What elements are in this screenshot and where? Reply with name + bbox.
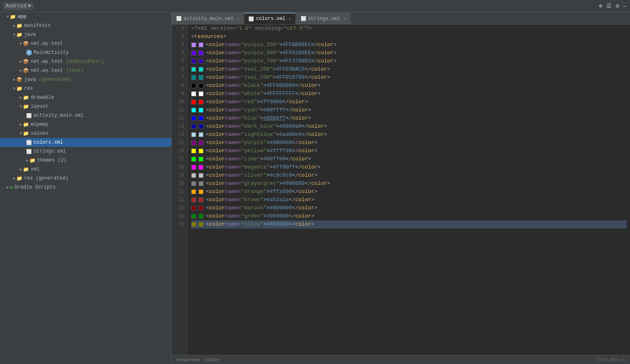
line-number-14: 14 <box>175 131 184 139</box>
color-swatch-9 <box>191 91 196 96</box>
xml-strings-icon: ⬜ <box>26 149 32 154</box>
sidebar-item-app[interactable]: ▼ 📁 app <box>0 12 171 21</box>
code-line-10: <color name="red">#ff0000</color> <box>191 98 627 106</box>
sidebar-item-package-test[interactable]: ▶ 📦 net.wy.test (test) <box>0 66 171 75</box>
code-line-12: <color name="blue">#0000ff</color> <box>191 114 627 122</box>
strings-xml-label: strings.xml <box>34 149 66 154</box>
line-number-10: 10 <box>175 98 184 106</box>
xml-pi: <?xml version="1.0" encoding="utf-8"?> <box>191 24 312 33</box>
expand-arrow-res: ▼ <box>13 87 16 91</box>
tab-strings[interactable]: ⬜ strings.xml ✕ <box>296 13 351 24</box>
line-number-9: 9 <box>175 90 184 98</box>
expand-arrow-xml: ▶ <box>20 167 22 172</box>
xml-label: xml <box>31 166 40 172</box>
color-swatch-14 <box>199 132 203 137</box>
expand-arrow-test: ▶ <box>20 68 22 73</box>
sidebar-item-mipmap[interactable]: ▶ 📁 mipmap <box>0 120 171 129</box>
xml-tag: resources <box>194 33 223 41</box>
line-number-12: 12 <box>175 114 184 122</box>
expand-arrow-javagen: ▶ <box>13 77 16 82</box>
line-number-4: 4 <box>175 49 184 57</box>
expand-arrow-resgen: ▶ <box>13 176 16 181</box>
sidebar-item-mainactivity[interactable]: C MainActivity <box>0 48 171 57</box>
themes-label: themes (2) <box>37 158 67 163</box>
expand-arrow-gradle: ▶ <box>7 185 9 190</box>
package-label: net.wy.test <box>31 41 63 47</box>
line-number-25: 25 <box>175 220 184 229</box>
code-line-18: <color name="magenta">#ff00ff</color> <box>191 163 627 171</box>
sidebar-item-layout[interactable]: ▼ 📁 layout <box>0 102 171 111</box>
sidebar-item-manifests[interactable]: ▶ 📁 manifests <box>0 21 171 30</box>
sidebar-item-strings-xml[interactable]: ⬜ strings.xml <box>0 147 171 156</box>
sidebar-item-values[interactable]: ▼ 📁 values <box>0 129 171 138</box>
minimize-icon[interactable]: — <box>623 3 627 9</box>
tab-activity-main-close[interactable]: ✕ <box>237 16 239 21</box>
android-dropdown[interactable]: Android ▼ <box>3 2 34 10</box>
sidebar-item-themes[interactable]: ▶ 📁 themes (2) <box>0 156 171 165</box>
sidebar-item-package-main[interactable]: ▼ 📦 net.wy.test <box>0 39 171 48</box>
color-swatch-23 <box>191 206 196 211</box>
folder-icon-javagen: 📦 <box>16 77 22 83</box>
line-number-11: 11 <box>175 106 184 114</box>
breadcrumb-color: color <box>206 357 219 362</box>
xml-activity-icon: ⬜ <box>26 113 32 118</box>
code-lines[interactable]: <?xml version="1.0" encoding="utf-8"?><r… <box>188 24 630 355</box>
color-swatch-7 <box>191 75 196 80</box>
breadcrumb: resources › color <box>176 357 219 362</box>
color-swatch-7 <box>199 75 203 80</box>
code-line-17: <color name="lime">#00ff00</color> <box>191 155 627 163</box>
tab-strings-close[interactable]: ✕ <box>344 16 346 21</box>
expand-arrow-drawable: ▶ <box>20 95 22 100</box>
xml-bracket: < <box>191 33 194 41</box>
tab-colors[interactable]: ⬜ colors.xml ✕ <box>244 13 295 24</box>
javagen-label: java (generated) <box>24 77 71 82</box>
tab-activity-main[interactable]: ⬜ activity_main.xml ✕ <box>172 13 244 24</box>
folder-icon-xml: 📁 <box>23 166 29 173</box>
code-line-16: <color name="yellow">#ffff00</color> <box>191 147 627 155</box>
settings-icon2[interactable]: ⚙ <box>616 2 619 9</box>
tab-bar: ⬜ activity_main.xml ✕ ⬜ colors.xml ✕ ⬜ s… <box>172 12 630 24</box>
sidebar-item-package-android[interactable]: ▶ 📦 net.wy.test (androidTest) <box>0 57 171 66</box>
sidebar-item-colors-xml[interactable]: ⬜ colors.xml <box>0 138 171 147</box>
code-line-22: <color name="brown">#a52a2a</color> <box>191 196 627 204</box>
sidebar-item-res[interactable]: ▼ 📁 res <box>0 84 171 93</box>
color-swatch-13 <box>191 124 196 129</box>
manifests-label: manifests <box>24 23 51 29</box>
color-swatch-25 <box>199 222 203 227</box>
folder-icon-mipmap: 📁 <box>23 122 29 128</box>
tab-colors-close[interactable]: ✕ <box>288 16 291 21</box>
tab-strings-label: strings.xml <box>308 16 340 22</box>
expand-arrow-layout: ▼ <box>20 104 22 109</box>
color-swatch-11 <box>199 108 203 113</box>
color-swatch-25 <box>191 222 196 227</box>
sidebar-item-activity-main[interactable]: ⬜ activity_main.xml <box>0 111 171 120</box>
color-swatch-4 <box>191 51 196 55</box>
xml-bracket2: > <box>223 33 226 41</box>
code-line-23: <color name="maroon">#800000</color> <box>191 204 627 212</box>
sidebar-item-xml[interactable]: ▶ 📁 xml <box>0 165 171 174</box>
color-swatch-8 <box>199 83 203 88</box>
sidebar-item-gradle[interactable]: ▶ ⚙ Gradle Scripts <box>0 183 171 192</box>
sidebar-item-res-generated[interactable]: ▶ 📁 res (generated) <box>0 174 171 183</box>
sidebar-item-java-generated[interactable]: ▶ 📦 java (generated) <box>0 75 171 84</box>
color-swatch-18 <box>191 165 196 170</box>
sync-icon[interactable]: ⊕ <box>599 2 602 9</box>
colors-xml-label: colors.xml <box>34 140 63 145</box>
color-swatch-18 <box>199 165 203 170</box>
folder-icon-layout: 📁 <box>23 104 29 110</box>
color-swatch-17 <box>199 157 203 162</box>
tab-strings-icon: ⬜ <box>301 16 306 21</box>
line-number-23: 23 <box>175 204 184 212</box>
sidebar-item-java[interactable]: ▼ 📁 java <box>0 30 171 39</box>
dropdown-arrow: ▼ <box>28 3 31 9</box>
sidebar-item-drawable[interactable]: ▶ 📁 drawable <box>0 93 171 102</box>
folder-icon-app: 📁 <box>10 14 16 20</box>
color-swatch-24 <box>199 214 203 219</box>
package-android-label: net.wy.test (androidTest) <box>31 59 104 64</box>
color-swatch-14 <box>191 132 196 137</box>
lines-icon[interactable]: ☰ <box>606 2 612 9</box>
title-bar-icons: ⊕ ☰ ⚙ — <box>599 2 627 9</box>
tab-colors-label: colors.xml <box>256 16 285 22</box>
expand-arrow-java: ▼ <box>13 33 16 37</box>
line-number-1: 1 <box>175 24 184 33</box>
